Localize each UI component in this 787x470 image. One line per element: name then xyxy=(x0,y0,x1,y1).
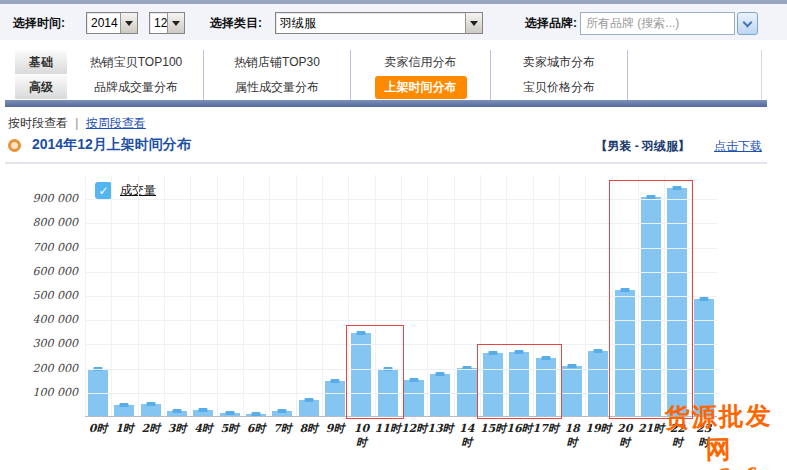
y-tick-label: 400 000 xyxy=(0,313,78,326)
highlight-box xyxy=(609,180,694,419)
year-select[interactable]: 2014 xyxy=(86,12,138,34)
bar-cap xyxy=(331,379,340,383)
volume-bar[interactable] xyxy=(193,410,213,416)
basic-tab-row: 基础 热销宝贝TOP100 热销店铺TOP30 卖家信用分布 卖家城市分布 xyxy=(15,50,761,75)
volume-bar[interactable] xyxy=(167,411,187,416)
page: 选择时间: 2014 12 选择类目: 羽绒服 选择品牌: 所有品牌 (搜索..… xyxy=(0,0,787,470)
highlight-box xyxy=(346,325,404,419)
x-tick-label: 10时 xyxy=(348,422,374,450)
watermark-url: www.6pf.cn xyxy=(653,463,785,470)
bar-cap xyxy=(304,398,313,402)
x-axis-labels: 0时1时2时3时4时5时6时7时8时9时10时11时12时13时14时15时16… xyxy=(85,422,717,450)
y-tick-label: 900 000 xyxy=(0,192,78,205)
brand-filter-label: 选择品牌: xyxy=(525,15,577,32)
month-select[interactable]: 12 xyxy=(149,12,185,34)
y-tick-label: 700 000 xyxy=(0,241,78,254)
volume-bar[interactable] xyxy=(430,374,450,416)
volume-bar[interactable] xyxy=(562,366,582,416)
bar-cap xyxy=(146,402,155,406)
bullet-icon xyxy=(8,139,21,152)
y-tick-label: 500 000 xyxy=(0,289,78,302)
x-tick-label: 19时 xyxy=(585,422,611,450)
advanced-row-label: 高级 xyxy=(15,75,67,100)
y-tick-label: 200 000 xyxy=(0,362,78,375)
page-title: 2014年12月上架时间分布 xyxy=(32,136,191,154)
volume-bar[interactable] xyxy=(246,414,266,416)
view-switch: 按时段查看 | 按周段查看 xyxy=(8,115,146,132)
x-tick-label: 5时 xyxy=(217,422,243,450)
bar-cap xyxy=(436,372,445,376)
brand-dropdown-button[interactable] xyxy=(737,12,758,35)
x-tick-label: 13时 xyxy=(427,422,453,450)
x-tick-label: 9时 xyxy=(322,422,348,450)
volume-bar[interactable] xyxy=(694,299,714,416)
volume-bar[interactable] xyxy=(114,405,134,416)
x-tick-label: 1时 xyxy=(111,422,137,450)
tab-empty-cell xyxy=(627,75,761,100)
chevron-down-icon xyxy=(743,17,753,27)
dropdown-arrow-icon[interactable] xyxy=(465,13,482,33)
tab-item-price[interactable]: 宝贝价格分布 xyxy=(490,75,627,100)
x-tick-label: 18时 xyxy=(559,422,585,450)
volume-bar[interactable] xyxy=(299,400,319,416)
watermark-site-name: 货源批发网 xyxy=(652,399,785,467)
advanced-tab-row: 高级 品牌成交量分布 属性成交量分布 上架时间分布 宝贝价格分布 xyxy=(15,75,761,100)
filter-bar: 选择时间: 2014 12 选择类目: 羽绒服 选择品牌: 所有品牌 (搜索..… xyxy=(0,4,787,40)
volume-bar[interactable] xyxy=(141,404,161,416)
x-tick-label: 20时 xyxy=(612,422,638,450)
tab-table: 基础 热销宝贝TOP100 热销店铺TOP30 卖家信用分布 卖家城市分布 高级… xyxy=(15,50,762,100)
category-select[interactable]: 羽绒服 xyxy=(275,12,483,34)
x-tick-label: 3时 xyxy=(164,422,190,450)
year-select-value: 2014 xyxy=(87,16,120,30)
bar-cap xyxy=(199,408,208,412)
y-tick-label: 300 000 xyxy=(0,337,78,350)
view-by-week-link[interactable]: 按周段查看 xyxy=(86,116,146,130)
bar-cap xyxy=(699,297,708,301)
volume-bar[interactable] xyxy=(272,411,292,416)
tab-attribute-volume[interactable]: 属性成交量分布 xyxy=(203,75,350,100)
bar-cap xyxy=(278,409,287,413)
x-tick-label: 0时 xyxy=(85,422,111,450)
tab-listing-time[interactable]: 上架时间分布 xyxy=(350,75,490,100)
category-filter-label: 选择类目: xyxy=(210,15,262,32)
bar-cap xyxy=(225,411,234,415)
bar-cap xyxy=(120,403,129,407)
volume-bar[interactable] xyxy=(404,380,424,416)
divider-line xyxy=(5,162,767,164)
view-divider: | xyxy=(75,116,78,130)
dropdown-arrow-icon[interactable] xyxy=(120,13,137,33)
x-tick-label: 14时 xyxy=(454,422,480,450)
x-tick-label: 4时 xyxy=(190,422,216,450)
dropdown-arrow-icon[interactable] xyxy=(167,13,184,33)
x-tick-label: 7时 xyxy=(269,422,295,450)
bar-cap xyxy=(252,412,261,416)
tab-hot-shops-top30[interactable]: 热销店铺TOP30 xyxy=(203,50,350,75)
bar-cap xyxy=(594,349,603,353)
bar-chart: ✓ 成交量 100 000200 000300 000400 000500 00… xyxy=(0,170,787,470)
section-header: 2014年12月上架时间分布 【男装 - 羽绒服】 点击下载 xyxy=(0,136,770,158)
tab-seller-credit[interactable]: 卖家信用分布 xyxy=(350,50,490,75)
tab-hot-items-top100[interactable]: 热销宝贝TOP100 xyxy=(69,50,203,75)
volume-bar[interactable] xyxy=(325,381,345,416)
watermark: 货源批发网 www.6pf.cn xyxy=(652,399,786,470)
x-tick-label: 16时 xyxy=(506,422,532,450)
bar-cap xyxy=(568,364,577,368)
volume-bar[interactable] xyxy=(588,351,608,416)
y-tick-label: 100 000 xyxy=(0,386,78,399)
x-tick-label: 8时 xyxy=(296,422,322,450)
view-by-time[interactable]: 按时段查看 xyxy=(8,116,68,130)
time-filter-label: 选择时间: xyxy=(13,15,65,32)
category-scope-label: 【男装 - 羽绒服】 xyxy=(595,138,690,155)
y-tick-label: 800 000 xyxy=(0,216,78,229)
x-tick-label: 15时 xyxy=(480,422,506,450)
brand-search-input[interactable]: 所有品牌 (搜索...) xyxy=(580,12,735,35)
download-link[interactable]: 点击下载 xyxy=(714,138,762,155)
x-tick-label: 12时 xyxy=(401,422,427,450)
volume-bar[interactable] xyxy=(220,413,240,416)
tab-brand-volume[interactable]: 品牌成交量分布 xyxy=(69,75,203,100)
bar-cap xyxy=(173,409,182,413)
active-tab-highlight[interactable]: 上架时间分布 xyxy=(375,76,467,99)
basic-row-label: 基础 xyxy=(15,50,67,75)
tab-seller-city[interactable]: 卖家城市分布 xyxy=(490,50,627,75)
tab-underline-bar xyxy=(5,100,767,107)
